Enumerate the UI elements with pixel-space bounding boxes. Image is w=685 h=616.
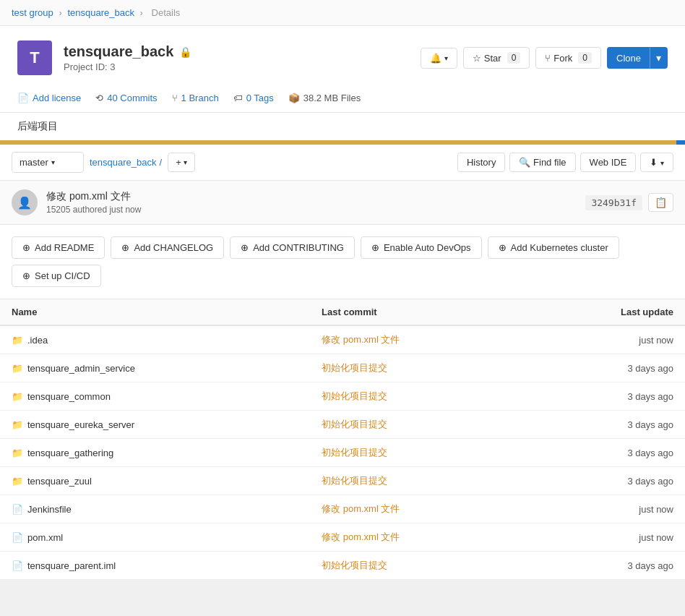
- table-row: 📁tensquare_eureka_server 初始化项目提交 3 days …: [0, 411, 685, 439]
- enable-devops-button[interactable]: ⊕ Enable Auto DevOps: [361, 236, 482, 259]
- file-table: Name Last commit Last update 📁.idea 修改 p…: [0, 299, 685, 580]
- fork-icon: ⑂: [545, 53, 551, 64]
- commit-message-link[interactable]: 修改 pom.xml 文件: [322, 503, 400, 514]
- folder-icon: 📁: [12, 363, 23, 374]
- commit-meta: 15205 authored just now: [46, 205, 577, 215]
- file-link[interactable]: .idea: [27, 335, 48, 346]
- file-commit-cell: 修改 pom.xml 文件: [310, 523, 525, 552]
- file-link[interactable]: Jenkinsfile: [27, 504, 72, 515]
- file-link[interactable]: pom.xml: [27, 532, 63, 543]
- file-commit-cell: 初始化项目提交: [310, 382, 525, 411]
- file-name-cell: 📄pom.xml: [0, 523, 310, 552]
- file-commit-cell: 初始化项目提交: [310, 552, 525, 580]
- commit-message-link[interactable]: 初始化项目提交: [322, 475, 387, 486]
- fork-button[interactable]: ⑂ Fork 0: [535, 47, 601, 69]
- download-button[interactable]: ⬇ ▾: [640, 153, 673, 172]
- file-link[interactable]: tensquare_parent.iml: [27, 560, 116, 571]
- meta-size: 📦 38.2 MB Files: [288, 93, 361, 103]
- clone-button[interactable]: Clone: [607, 47, 650, 69]
- file-link[interactable]: tensquare_common: [27, 391, 111, 402]
- file-commit-cell: 初始化项目提交: [310, 354, 525, 382]
- path-name: tensquare_back: [90, 157, 157, 168]
- commit-hash: 3249b31f 📋: [585, 193, 673, 212]
- add-file-button[interactable]: + ▾: [168, 153, 195, 172]
- commit-message-link[interactable]: 初始化项目提交: [322, 447, 387, 458]
- star-button[interactable]: ☆ Star 0: [463, 47, 530, 69]
- chevron-down-icon: ▾: [184, 158, 187, 166]
- copy-hash-button[interactable]: 📋: [648, 193, 673, 212]
- file-link[interactable]: tensquare_admin_service: [27, 363, 135, 374]
- file-time-cell: just now: [525, 325, 685, 354]
- meta-branches: ⑂ 1 Branch: [172, 93, 219, 103]
- download-icon: ⬇: [650, 157, 658, 168]
- col-update-header: Last update: [525, 299, 685, 325]
- plus-icon: ⊕: [22, 270, 30, 281]
- file-commit-cell: 初始化项目提交: [310, 439, 525, 467]
- branch-selector[interactable]: master ▾: [12, 152, 84, 173]
- add-readme-button[interactable]: ⊕ Add README: [12, 236, 105, 259]
- file-commit-cell: 修改 pom.xml 文件: [310, 325, 525, 354]
- add-changelog-button[interactable]: ⊕ Add CHANGELOG: [111, 236, 224, 259]
- file-time-cell: 3 days ago: [525, 439, 685, 467]
- branch-name: master: [20, 157, 48, 168]
- license-icon: 📄: [17, 93, 29, 103]
- file-name-cell: 📁tensquare_admin_service: [0, 354, 310, 382]
- file-time-cell: just now: [525, 523, 685, 552]
- bell-icon: 🔔: [430, 53, 441, 64]
- project-title: tensquare_back 🔒: [64, 43, 191, 60]
- fork-count: 0: [578, 52, 592, 64]
- commit-message-link[interactable]: 修改 pom.xml 文件: [322, 334, 400, 345]
- col-name-header: Name: [0, 299, 310, 325]
- project-id: Project ID: 3: [64, 61, 191, 72]
- table-row: 📁tensquare_gathering 初始化项目提交 3 days ago: [0, 439, 685, 467]
- file-name-cell: 📁tensquare_gathering: [0, 439, 310, 467]
- folder-icon: 📁: [12, 448, 23, 458]
- web-ide-button[interactable]: Web IDE: [580, 153, 637, 172]
- add-kubernetes-button[interactable]: ⊕ Add Kubernetes cluster: [488, 236, 619, 259]
- license-link[interactable]: Add license: [33, 93, 81, 103]
- breadcrumb-repo[interactable]: tensquare_back: [67, 7, 134, 18]
- fork-label: Fork: [553, 53, 572, 64]
- branch-icon: ⑂: [172, 93, 178, 103]
- notification-button[interactable]: 🔔 ▾: [421, 48, 457, 69]
- progress-bar: [0, 140, 685, 145]
- commit-message-link[interactable]: 初始化项目提交: [322, 560, 387, 570]
- file-time-cell: 3 days ago: [525, 411, 685, 439]
- file-link[interactable]: tensquare_zuul: [27, 476, 92, 487]
- tags-icon: 🏷: [233, 93, 243, 103]
- commit-message-link[interactable]: 初始化项目提交: [322, 419, 387, 429]
- history-button[interactable]: History: [457, 153, 505, 172]
- commit-message-link[interactable]: 初始化项目提交: [322, 362, 387, 373]
- setup-cicd-button[interactable]: ⊕ Set up CI/CD: [12, 265, 101, 287]
- meta-tags: 🏷 0 Tags: [233, 93, 274, 103]
- breadcrumb-group[interactable]: test group: [12, 7, 53, 18]
- file-commit-cell: 初始化项目提交: [310, 411, 525, 439]
- file-link[interactable]: tensquare_gathering: [27, 448, 113, 458]
- commit-message-link[interactable]: 修改 pom.xml 文件: [322, 531, 400, 542]
- branches-link[interactable]: 1 Branch: [181, 93, 219, 103]
- project-description: 后端项目: [0, 113, 685, 140]
- meta-commits: ⟲ 40 Commits: [95, 93, 157, 103]
- chevron-down-icon: ▾: [51, 158, 55, 166]
- clone-caret[interactable]: ▾: [650, 47, 668, 69]
- path-navigation: tensquare_back /: [90, 157, 162, 168]
- toolbar-actions: History 🔍 Find file Web IDE ⬇ ▾: [457, 153, 673, 172]
- find-file-button[interactable]: 🔍 Find file: [509, 153, 575, 172]
- table-row: 📁tensquare_admin_service 初始化项目提交 3 days …: [0, 354, 685, 382]
- file-name-cell: 📁tensquare_eureka_server: [0, 411, 310, 439]
- commit-message-link[interactable]: 初始化项目提交: [322, 390, 387, 401]
- file-name-cell: 📄tensquare_parent.iml: [0, 552, 310, 580]
- plus-icon: ⊕: [371, 242, 379, 253]
- plus-icon: ⊕: [499, 242, 507, 253]
- commits-icon: ⟲: [95, 93, 103, 103]
- col-commit-header: Last commit: [310, 299, 525, 325]
- commits-link[interactable]: 40 Commits: [107, 93, 157, 103]
- plus-icon: +: [176, 157, 181, 168]
- lock-icon: 🔒: [179, 46, 191, 58]
- add-contributing-button[interactable]: ⊕ Add CONTRIBUTING: [230, 236, 355, 259]
- file-link[interactable]: tensquare_eureka_server: [27, 419, 134, 430]
- file-time-cell: 3 days ago: [525, 467, 685, 495]
- breadcrumb: test group › tensquare_back › Details: [0, 0, 685, 26]
- commit-hash-value: 3249b31f: [585, 195, 642, 210]
- tags-link[interactable]: 0 Tags: [246, 93, 274, 103]
